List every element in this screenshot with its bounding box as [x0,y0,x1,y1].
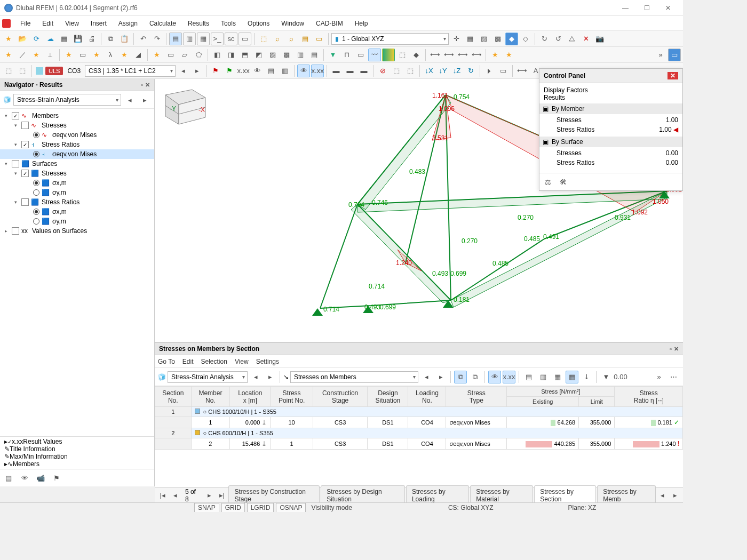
menu-calculate[interactable]: Calculate [144,18,181,29]
paste-icon[interactable]: 📋 [118,33,131,45]
tree-members[interactable]: ▾∿Members [0,111,154,121]
tb2-18-icon[interactable]: ◩ [252,49,265,61]
tb2-3-icon[interactable]: ★ [30,49,43,61]
dim2-icon[interactable]: ⟷ [442,49,455,61]
tmenu-goto[interactable]: Go To [158,358,175,365]
cmd-icon[interactable]: >_ [211,33,224,45]
tree-surf-ry[interactable]: 🟦σy,m [0,217,154,226]
tb2-22-icon[interactable]: ▤ [308,49,321,61]
delete-icon[interactable]: ✕ [579,33,592,45]
flag-green-icon[interactable]: ⚑ [223,65,236,77]
t-grid3-icon[interactable]: ▦ [551,371,564,383]
menu-tools[interactable]: Tools [216,18,241,29]
menu-edit[interactable]: Edit [37,18,59,29]
wave-icon[interactable]: 〰 [368,49,381,61]
save-icon[interactable]: 💾 [71,33,84,45]
table-module-combo[interactable]: Stress-Strain Analysis [168,371,248,383]
undo-icon[interactable]: ↶ [137,33,149,45]
pin-icon[interactable]: ▫ [141,82,143,88]
shade-icon[interactable]: ◆ [410,49,423,61]
menu-insert[interactable]: Insert [85,18,112,29]
t-000-icon[interactable]: 0.00 [614,371,627,383]
grid3-icon[interactable]: ▩ [491,33,504,45]
arrow-x-icon[interactable]: ↓X [423,65,435,77]
page-prev-icon[interactable]: ◂ [169,489,180,502]
redo-icon[interactable]: ↷ [150,33,163,45]
tree-values[interactable]: ▸xxValues on Surfaces [0,226,154,236]
tree-members-ratios-sigma[interactable]: ⫞σeqv,von Mises [0,149,154,159]
cp-group-member[interactable]: ▣By Member [539,103,682,114]
tb2-e1-icon[interactable]: ★ [489,49,502,61]
tmenu-sel[interactable]: Selection [201,358,227,365]
view-mode-1-icon[interactable]: ▤ [169,33,182,45]
graph-icon[interactable]: ▭ [313,33,325,45]
script-icon[interactable]: sc [225,33,237,45]
control-panel-close-icon[interactable]: ✕ [667,72,678,79]
tree-surf-sx[interactable]: 🟦σx,m [0,178,154,188]
mirror-icon[interactable]: ⧋ [566,33,578,45]
refresh-icon[interactable]: ⟳ [30,33,43,45]
t-more-icon[interactable]: ⋯ [667,371,680,383]
t-overflow-icon[interactable]: » [653,371,665,383]
maximize-button[interactable]: ☐ [636,1,657,15]
tree-surfaces[interactable]: ▾🟦Surfaces [0,159,154,169]
camera-icon[interactable]: 📷 [593,33,606,45]
zoom-sel-icon[interactable]: ⌕ [271,33,284,45]
minimize-button[interactable]: — [615,1,636,15]
no-cube-icon[interactable]: ⊘ [376,65,389,77]
val-icon[interactable]: x.xx [311,65,324,77]
page-first-icon[interactable]: |◂ [157,489,168,502]
arrow-t-icon[interactable]: ↻ [464,65,477,77]
tree-surf-sy[interactable]: 🟦σy,m [0,188,154,197]
nav-members-row[interactable]: ▸∿Members [0,460,154,468]
status-osnap[interactable]: OSNAP [276,503,306,513]
t-link2-icon[interactable]: ⧉ [468,371,481,383]
tb2-1-icon[interactable]: ★ [2,49,15,61]
nav-title-info[interactable]: ✎Title Information [0,445,154,453]
tb2-16-icon[interactable]: ◨ [225,49,237,61]
menu-help[interactable]: Help [349,18,374,29]
cloud-icon[interactable]: ☁ [44,33,57,45]
select-icon[interactable]: ⬚ [257,33,270,45]
status-snap[interactable]: SNAP [194,503,219,513]
menu-view[interactable]: View [60,18,84,29]
anim-icon[interactable]: ⏵ [483,65,496,77]
table-pin-icon[interactable]: ▫ [670,346,672,352]
tb2-15-icon[interactable]: ◧ [211,49,224,61]
status-grid[interactable]: GRID [221,503,245,513]
tb2-19-icon[interactable]: ▨ [266,49,279,61]
cp-balance-icon[interactable]: ⚖ [542,175,554,188]
eye-xxx-icon[interactable]: 👁 [297,65,310,77]
load-combo[interactable]: CS3 | 1.35 * LC1 + LC2 [85,65,176,77]
table-source-combo[interactable]: Stresses on Members [290,371,418,383]
tree-members-ratios[interactable]: ▾⫞Stress Ratios [0,140,154,149]
tmod-next-icon[interactable]: ▸ [264,371,276,383]
misc-1-icon[interactable]: ↻ [538,33,551,45]
grid4-icon[interactable]: ◆ [505,33,518,45]
cube2-icon[interactable]: ⬚ [390,65,403,77]
tb2-4-icon[interactable]: ⟂ [44,49,57,61]
nav-prev-icon[interactable]: ◂ [123,93,136,106]
navfoot-eye-icon[interactable]: 👁 [18,471,31,484]
menu-assign[interactable]: Assign [113,18,143,29]
block-icon[interactable]: ▦ [58,33,70,45]
dim3-icon[interactable]: ⟷ [456,49,469,61]
nav-next-icon[interactable]: ▸ [138,93,151,106]
tb2-9-icon[interactable]: ★ [118,49,131,61]
cube3-icon[interactable]: ⬚ [404,65,417,77]
dim4-icon[interactable]: ⟷ [470,49,483,61]
dim1-icon[interactable]: ⟷ [428,49,441,61]
dia3-icon[interactable]: ▬ [357,65,370,77]
misc-2-icon[interactable]: ↺ [552,33,565,45]
zoom-win-icon[interactable]: ⌕ [285,33,298,45]
t-xxx-icon[interactable]: x.xx [503,371,515,383]
cp-wrench-icon[interactable]: 🛠 [557,175,569,188]
module-combo[interactable]: Stress-Strain Analysis [13,94,121,106]
t-filter-icon[interactable]: ▼ [600,371,613,383]
tb2-14-icon[interactable]: ⬠ [192,49,205,61]
tmod-prev-icon[interactable]: ◂ [249,371,262,383]
tb2-20-icon[interactable]: ▩ [280,49,293,61]
iso1-icon[interactable]: ▭ [354,49,367,61]
lc-left-icon[interactable]: ◂ [177,65,189,77]
flag-red-icon[interactable]: ⚑ [209,65,222,77]
